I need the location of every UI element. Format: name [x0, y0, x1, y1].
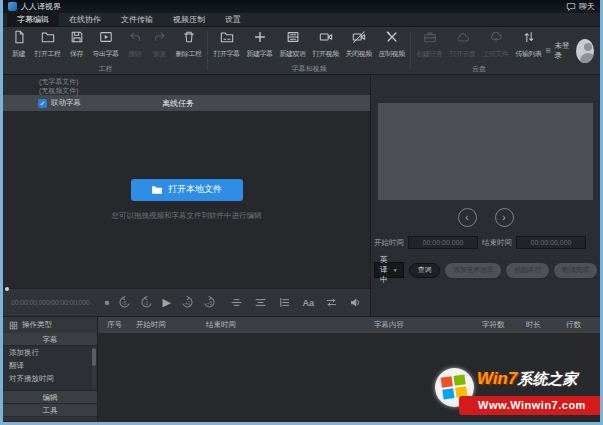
new-project-button[interactable]: 新建 [6, 30, 31, 59]
trash-icon [182, 30, 196, 48]
line-list-icon[interactable] [278, 296, 291, 309]
end-time-label: 结束时间 [482, 238, 512, 248]
section-subtitle[interactable]: 字幕 [3, 333, 97, 346]
menu-video-encode[interactable]: 视频压制 [163, 13, 215, 26]
no-video-file-label: (无视频文件) [39, 86, 370, 95]
subtitle-tab-bar: ✓ 联动字幕 离线任务 [3, 95, 370, 111]
subtitle-align-top-icon[interactable] [230, 296, 243, 309]
briefcase-icon [423, 30, 437, 48]
forward-1s-button[interactable]: +1 [180, 295, 195, 310]
open-folder-icon [41, 30, 55, 48]
video-display [378, 103, 593, 200]
menu-settings[interactable]: 设置 [215, 13, 251, 26]
watermark-title: Win7系统之家 [477, 369, 577, 389]
chat-label: 聊天 [579, 1, 595, 12]
subtitle-folder-icon [220, 30, 234, 48]
rewind-1s-button[interactable]: -1 [139, 295, 154, 310]
window-title: 人人译视界 [21, 1, 61, 12]
machine-translate-button[interactable]: 机翻本行 [506, 263, 549, 278]
editor-drop-area[interactable]: 打开本地文件 您可以拖拽视频和字幕文件到软件中进行编辑 [3, 111, 370, 288]
tab-offline-tasks[interactable]: 离线任务 [133, 98, 223, 109]
open-local-file-button[interactable]: 打开本地文件 [131, 179, 243, 201]
watermark: Win7系统之家 Www.Winwin7.com [433, 365, 603, 423]
next-line-button[interactable]: › [495, 208, 514, 227]
open-subtitle-button[interactable]: 打开字幕 [210, 30, 243, 59]
add-term-button[interactable]: 添加至术语库 [445, 263, 501, 278]
start-time-label: 开始时间 [374, 238, 404, 248]
open-project-button[interactable]: 打开工程 [31, 30, 64, 59]
toolbar-group-cloud: 创建任务 打开云盘 上传文件 传输列表 云盘 [413, 27, 545, 74]
menu-subtitle-edit[interactable]: 字幕编辑 [7, 13, 59, 26]
swap-time-icon[interactable] [325, 296, 338, 309]
op-add-linebreak[interactable]: 添加换行 [3, 346, 97, 359]
translate-toolbar: 英译中 ▼ 查词 添加至术语库 机翻本行 翻译完成 [374, 262, 597, 278]
transfer-arrows-icon [522, 30, 536, 48]
user-area: 未登录 [545, 27, 598, 74]
user-menu-icon [545, 46, 551, 55]
time-fields: 开始时间 00:00:00,000 结束时间 00:00:00,000 [374, 236, 597, 249]
video-camera-icon [319, 30, 333, 48]
watermark-url: Www.Winwin7.com [459, 396, 603, 415]
undo-button[interactable]: 撤销 [122, 30, 147, 59]
section-tools[interactable]: 工具 [3, 404, 97, 417]
seek-handle[interactable] [5, 287, 9, 291]
avatar[interactable] [576, 39, 594, 63]
redo-button[interactable]: 恢复 [147, 30, 172, 59]
transfer-list-button[interactable]: 传输列表 [512, 30, 545, 59]
volume-icon[interactable] [349, 296, 362, 309]
col-start-time: 开始时间 [136, 320, 206, 330]
translate-mode-select[interactable]: 英译中 ▼ [374, 262, 404, 278]
start-time-input[interactable]: 00:00:00,000 [408, 236, 478, 249]
scrollbar[interactable] [92, 348, 96, 389]
col-content: 字幕内容 [296, 320, 482, 330]
save-button[interactable]: 保存 [64, 30, 89, 59]
encode-video-button[interactable]: 压制视频 [375, 30, 408, 59]
lookup-word-button[interactable]: 查词 [409, 263, 440, 278]
chevron-down-icon: ▼ [393, 267, 398, 273]
rewind-5s-button[interactable]: -5 [117, 295, 132, 310]
subtitle-editor-panel: (无字幕文件) (无视频文件) ✓ 联动字幕 离线任务 打开本地文件 您可以拖拽… [3, 75, 371, 316]
export-subtitle-button[interactable]: 导出字幕 [89, 30, 122, 59]
close-video-button[interactable]: 关闭视频 [342, 30, 375, 59]
upload-file-button[interactable]: 上传文件 [479, 30, 512, 59]
group-label-cloud: 云盘 [413, 64, 545, 74]
prev-line-button[interactable]: ‹ [458, 208, 477, 227]
op-translate[interactable]: 翻译 [3, 359, 97, 372]
stop-button[interactable]: ■ [105, 298, 110, 307]
group-label-subtitle-video: 字幕和视频 [210, 64, 408, 74]
group-label-project: 工程 [6, 64, 205, 74]
new-subtitle-button[interactable]: 新建字幕 [243, 30, 276, 59]
menu-file-transfer[interactable]: 文件传输 [111, 13, 163, 26]
delete-project-button[interactable]: 删除工程 [172, 30, 205, 59]
link-subtitle-checkbox[interactable]: ✓ [38, 99, 47, 108]
toolbar-group-subtitle-video: 打开字幕 新建字幕 新建双语 打开视频 关闭视频 [210, 27, 408, 74]
menu-online-collab[interactable]: 在线协作 [59, 13, 111, 26]
file-status: (无字幕文件) (无视频文件) [3, 75, 370, 95]
chat-icon [566, 2, 576, 12]
titlebar: 人人译视界 聊天 [3, 0, 600, 13]
end-time-input[interactable]: 00:00:00,000 [516, 236, 586, 249]
open-video-button[interactable]: 打开视频 [309, 30, 342, 59]
playback-tools: Aa [230, 296, 362, 309]
new-bilingual-button[interactable]: 新建双语 [276, 30, 309, 59]
operation-type-header: 操作类型 [3, 317, 98, 333]
op-align-playtime[interactable]: 对齐播放时间 [3, 372, 97, 385]
create-task-button[interactable]: 创建任务 [413, 30, 446, 59]
bilingual-icon [286, 30, 300, 48]
col-char-count: 字符数 [482, 320, 526, 330]
font-size-icon[interactable]: Aa [302, 298, 314, 308]
open-cloud-button[interactable]: 打开云盘 [446, 30, 479, 59]
save-icon [70, 30, 84, 48]
play-button[interactable]: ▶ [163, 296, 171, 309]
translate-done-button[interactable]: 翻译完成 [554, 263, 597, 278]
chat-button[interactable]: 聊天 [566, 1, 595, 12]
cloud-upload-icon [489, 30, 503, 48]
section-edit[interactable]: 编辑 [3, 391, 97, 404]
toolbar-divider [410, 31, 411, 70]
forward-5s-button[interactable]: +5 [202, 295, 217, 310]
col-end-time: 结束时间 [206, 320, 296, 330]
main-content: (无字幕文件) (无视频文件) ✓ 联动字幕 离线任务 打开本地文件 您可以拖拽… [3, 75, 600, 316]
app-icon [8, 2, 17, 11]
subtitle-align-bottom-icon[interactable] [254, 296, 267, 309]
login-button[interactable]: 未登录 [545, 41, 571, 61]
